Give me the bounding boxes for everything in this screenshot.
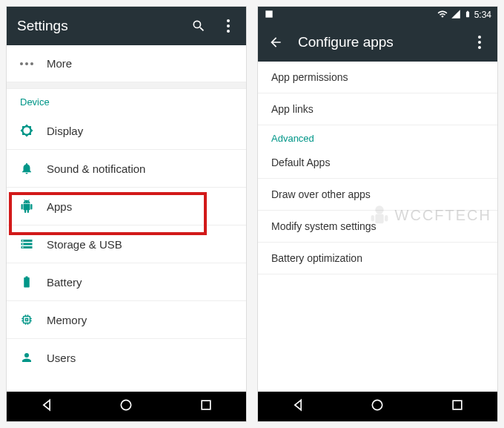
signal-icon <box>451 9 461 22</box>
item-app-links[interactable]: App links <box>258 93 497 125</box>
statusbar: 5:34 <box>258 7 497 23</box>
battery-icon <box>20 275 47 289</box>
list-item-label: Modify system settings <box>271 220 377 232</box>
actionbar-title: Configure apps <box>298 34 457 50</box>
settings-item-memory[interactable]: Memory <box>7 300 246 338</box>
bell-icon <box>20 162 47 175</box>
settings-item-sound[interactable]: Sound & notification <box>7 149 246 187</box>
nav-back-icon[interactable] <box>291 398 305 415</box>
navbar <box>7 392 246 421</box>
settings-item-label: Apps <box>47 200 233 213</box>
settings-item-label: More <box>47 57 233 70</box>
svg-point-0 <box>122 400 131 409</box>
list-item-label: Battery optimization <box>271 252 362 264</box>
nav-recent-icon[interactable] <box>450 398 465 415</box>
nav-back-icon[interactable] <box>39 398 54 415</box>
svg-point-7 <box>373 400 382 409</box>
settings-item-label: Memory <box>47 314 233 326</box>
actionbar-title: Settings <box>17 18 176 34</box>
item-app-permissions[interactable]: App permissions <box>258 62 497 93</box>
actionbar-settings: Settings <box>7 7 246 45</box>
list-item-label: App permissions <box>271 71 348 83</box>
settings-item-label: Display <box>47 125 233 137</box>
settings-item-users[interactable]: Users <box>7 338 246 376</box>
more-icon <box>20 62 47 65</box>
item-draw-over[interactable]: Draw over other apps <box>258 179 497 211</box>
nav-home-icon[interactable] <box>119 398 133 415</box>
settings-item-label: Storage & USB <box>47 238 233 251</box>
svg-rect-2 <box>265 10 272 17</box>
settings-item-more[interactable]: More <box>7 45 246 82</box>
android-icon <box>20 200 47 213</box>
nav-recent-icon[interactable] <box>199 398 213 415</box>
wifi-icon <box>437 9 448 22</box>
settings-item-label: Users <box>47 352 233 364</box>
svg-rect-1 <box>202 401 210 409</box>
status-time: 5:34 <box>474 10 491 20</box>
back-arrow-icon[interactable] <box>268 35 283 50</box>
person-icon <box>20 351 47 364</box>
overflow-menu-icon[interactable] <box>472 35 487 50</box>
settings-item-storage[interactable]: Storage & USB <box>7 225 246 263</box>
section-header-advanced: Advanced <box>258 125 497 147</box>
configure-list: App permissions App links Advanced Defau… <box>258 62 497 392</box>
svg-rect-8 <box>453 401 462 409</box>
settings-list: More Device Display Sound & notification… <box>7 45 246 392</box>
item-default-apps[interactable]: Default Apps <box>258 147 497 179</box>
settings-item-label: Sound & notification <box>47 162 233 175</box>
settings-item-apps[interactable]: Apps <box>7 187 246 225</box>
item-modify-system[interactable]: Modify system settings <box>258 211 497 243</box>
list-item-label: Default Apps <box>271 157 330 168</box>
brightness-icon <box>20 124 47 137</box>
navbar <box>258 392 497 421</box>
configure-apps-screen: 5:34 Configure apps App permissions App … <box>257 6 498 422</box>
nav-home-icon[interactable] <box>370 398 385 415</box>
item-battery-opt[interactable]: Battery optimization <box>258 243 497 274</box>
settings-item-battery[interactable]: Battery <box>7 263 246 300</box>
screenshot-icon <box>264 9 274 22</box>
settings-item-display[interactable]: Display <box>7 112 246 149</box>
settings-item-label: Battery <box>47 276 233 289</box>
section-divider <box>7 82 246 89</box>
search-icon[interactable] <box>191 19 206 33</box>
section-header-device: Device <box>7 89 246 112</box>
overflow-menu-icon[interactable] <box>221 19 236 33</box>
memory-icon <box>20 313 47 326</box>
actionbar-configure: Configure apps <box>258 23 497 62</box>
list-item-label: App links <box>271 103 314 115</box>
storage-icon <box>20 237 47 251</box>
list-item-label: Draw over other apps <box>271 188 371 200</box>
battery-status-icon <box>464 9 471 22</box>
settings-screen: Settings More Device Display Sound <box>6 6 247 422</box>
